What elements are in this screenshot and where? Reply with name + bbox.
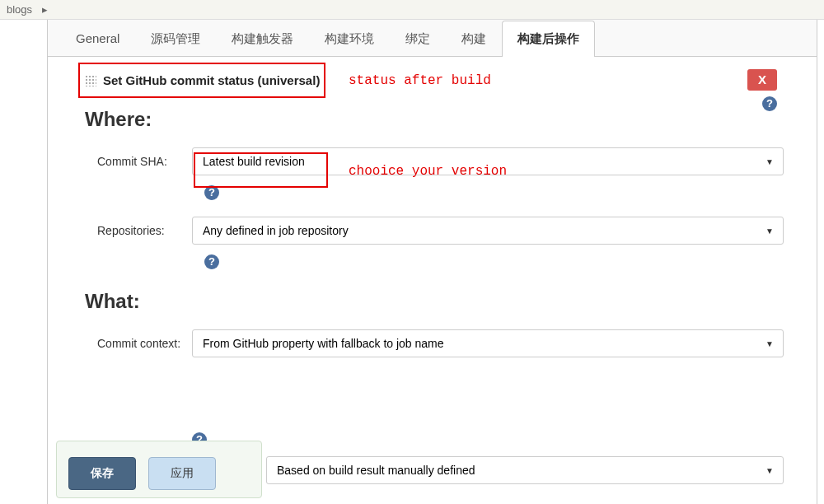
commit-context-select[interactable]: From GitHub property with fallback to jo… [192, 329, 784, 357]
content-area: Set GitHub commit status (universal) X ?… [48, 57, 817, 384]
tab-post-build[interactable]: 构建后操作 [502, 21, 595, 57]
apply-button[interactable]: 应用 [148, 457, 216, 490]
commit-context-label: Commit context: [85, 337, 192, 350]
tab-bindings[interactable]: 绑定 [390, 21, 446, 57]
commit-sha-label: Commit SHA: [85, 155, 192, 168]
status-result-row: Based on build result manually defined ▼ [266, 456, 784, 484]
tab-environment[interactable]: 构建环境 [309, 21, 390, 57]
drag-handle-icon[interactable] [85, 75, 96, 86]
help-icon[interactable]: ? [204, 185, 219, 200]
what-heading: What: [85, 290, 784, 313]
help-icon[interactable]: ? [762, 96, 777, 111]
repositories-row: Repositories: Any defined in job reposit… [85, 217, 784, 245]
status-result-select[interactable]: Based on build result manually defined [266, 456, 784, 484]
close-button[interactable]: X [747, 69, 777, 91]
tab-build[interactable]: 构建 [446, 21, 502, 57]
annotation-text: status after build [349, 73, 491, 88]
breadcrumb: blogs ▸ [0, 0, 824, 20]
repositories-select[interactable]: Any defined in job repository [192, 217, 784, 245]
button-bar: 保存 应用 [68, 457, 216, 490]
breadcrumb-item[interactable]: blogs [7, 3, 32, 16]
save-button[interactable]: 保存 [68, 457, 136, 490]
repositories-label: Repositories: [85, 224, 192, 237]
help-icon[interactable]: ? [204, 254, 219, 269]
tab-general[interactable]: General [60, 21, 135, 57]
tabs-bar: General 源码管理 构建触发器 构建环境 绑定 构建 构建后操作 [48, 20, 817, 57]
commit-context-row: Commit context: From GitHub property wit… [85, 329, 784, 357]
annotation-text: chooice your version [349, 164, 507, 179]
tab-source[interactable]: 源码管理 [135, 21, 216, 57]
config-panel: General 源码管理 构建触发器 构建环境 绑定 构建 构建后操作 Set … [47, 20, 817, 504]
where-heading: Where: [85, 108, 784, 131]
section-title: Set GitHub commit status (universal) [103, 73, 320, 87]
tab-triggers[interactable]: 构建触发器 [216, 21, 309, 57]
breadcrumb-separator: ▸ [42, 3, 48, 16]
